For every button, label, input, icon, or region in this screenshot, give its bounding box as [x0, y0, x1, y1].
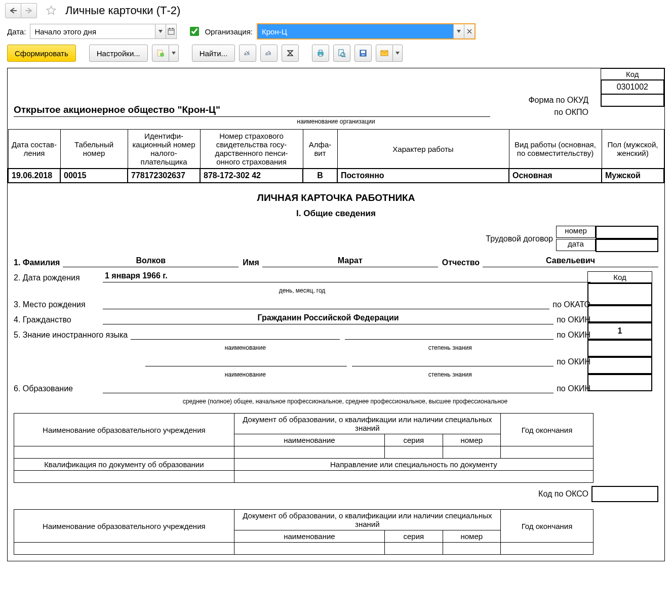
back-button[interactable]	[5, 3, 21, 18]
generate-button[interactable]: Сформировать	[7, 45, 76, 62]
education-table-1: Наименование образовательного учреждения…	[14, 413, 594, 483]
org-label: Организация:	[205, 27, 253, 36]
print-button[interactable]	[312, 45, 329, 62]
svg-text:a: a	[244, 51, 247, 56]
calendar-icon[interactable]	[166, 24, 176, 38]
section-1-title: I. Общие сведения	[8, 209, 664, 226]
date-combo[interactable]	[30, 24, 177, 39]
settings-variants-dropdown-icon[interactable]	[169, 45, 179, 62]
svg-point-7	[160, 53, 164, 57]
forward-button[interactable]	[21, 3, 37, 18]
svg-rect-5	[172, 28, 173, 29]
date-input[interactable]	[30, 24, 155, 38]
org-input[interactable]	[258, 24, 453, 38]
okud-label: Форма по ОКУД	[490, 96, 588, 105]
email-button[interactable]	[376, 45, 393, 62]
trud-label: Трудовой договор	[486, 234, 553, 243]
okso-label: Код по ОКСО	[538, 489, 591, 499]
svg-rect-14	[319, 54, 322, 56]
email-dropdown-icon[interactable]	[393, 45, 403, 62]
expand-groups-button[interactable]: aя	[239, 45, 256, 62]
svg-text:a: a	[265, 51, 268, 56]
find-button[interactable]: Найти...	[192, 45, 235, 62]
settings-variants-button[interactable]	[152, 45, 169, 62]
svg-rect-20	[362, 54, 365, 56]
collapse-groups-button[interactable]: aя	[260, 45, 278, 62]
org-clear-icon[interactable]	[464, 24, 475, 38]
svg-rect-4	[169, 28, 170, 29]
save-button[interactable]	[354, 45, 372, 62]
education-table-2: Наименование образовательного учреждения…	[14, 509, 594, 555]
svg-rect-19	[361, 51, 365, 53]
org-filter-checkbox[interactable]	[190, 27, 199, 36]
org-dropdown-icon[interactable]	[453, 24, 464, 38]
page-title: Личные карточки (Т-2)	[65, 4, 180, 17]
okpo-value	[601, 95, 664, 107]
sum-button[interactable]	[282, 45, 299, 62]
svg-rect-13	[319, 50, 322, 52]
name-row: 1. Фамилия Волков Имя Марат Отчество Сав…	[14, 256, 658, 267]
okpo-label: по ОКПО	[490, 108, 588, 117]
org-full-name: Открытое акционерное общество "Крон-Ц"	[14, 104, 490, 117]
card-title: ЛИЧНАЯ КАРТОЧКА РАБОТНИКА	[8, 183, 664, 209]
code-label: Код	[601, 68, 664, 80]
org-combo[interactable]	[257, 23, 476, 39]
okud-value: 0301002	[601, 80, 664, 95]
code-box: Код 0301002	[601, 68, 664, 107]
settings-button[interactable]: Настройки...	[89, 45, 148, 62]
table-row: 19.06.2018 00015 778172302637 878-172-30…	[8, 169, 664, 183]
header-table: Дата состав- ления Табельный номер Идент…	[8, 129, 664, 183]
svg-line-17	[344, 56, 345, 57]
preview-button[interactable]	[333, 45, 350, 62]
date-label: Дата:	[7, 27, 26, 36]
favorite-star-icon[interactable]	[45, 5, 57, 17]
okso-value	[591, 486, 658, 502]
org-caption: наименование организации	[14, 117, 658, 129]
svg-rect-2	[168, 29, 174, 34]
date-dropdown-icon[interactable]	[155, 24, 166, 38]
